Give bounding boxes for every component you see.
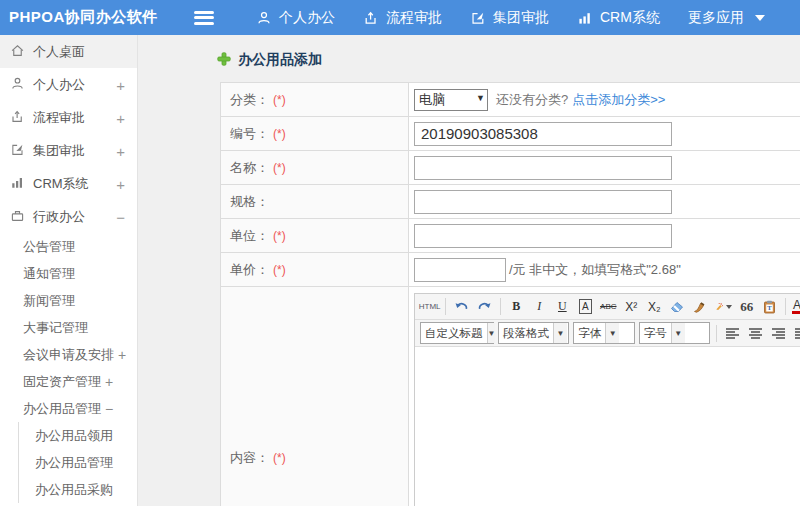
- nav-item-more-apps[interactable]: 更多应用: [674, 0, 779, 35]
- required-marker: (*): [273, 93, 286, 107]
- add-category-link[interactable]: 点击添加分类>>: [572, 91, 665, 109]
- toolbar-separator: [785, 298, 786, 315]
- sidebar-item-personal-office[interactable]: 个人办公 +: [0, 68, 137, 101]
- form-row-price: 单价： (*) /元 非中文，如填写格式"2.68": [221, 253, 800, 287]
- underline-button[interactable]: U: [552, 296, 573, 317]
- align-right-button[interactable]: [768, 323, 789, 344]
- sidebar-item-office-supplies-mgmt[interactable]: 办公用品管理−: [0, 395, 137, 422]
- page-title: 办公用品添加: [138, 35, 800, 69]
- app-logo: PHPOA协同办公软件: [0, 8, 178, 27]
- required-marker: (*): [273, 263, 286, 277]
- nav-item-label: 集团审批: [493, 9, 549, 27]
- editor-toolbar-row1: HTML B I U A: [415, 294, 800, 320]
- category-label: 分类：: [230, 91, 269, 109]
- sidebar-item-fixed-assets-mgmt[interactable]: 固定资产管理+: [0, 368, 137, 395]
- sidebar-item-workflow-approval[interactable]: 流程审批 +: [0, 101, 137, 134]
- nav-item-personal-office[interactable]: 个人办公: [242, 0, 349, 35]
- svg-text:T: T: [768, 304, 773, 311]
- font-color-button[interactable]: A: [791, 296, 800, 317]
- format-painter-button[interactable]: [713, 296, 734, 317]
- bar-chart-icon: [577, 10, 593, 26]
- collapse-icon: −: [116, 208, 125, 225]
- upload-icon: [10, 109, 25, 127]
- paragraph-format-select[interactable]: 段落格式▼: [498, 322, 569, 344]
- home-icon: [10, 43, 25, 61]
- sidebar-item-group-approval[interactable]: 集团审批 +: [0, 134, 137, 167]
- main-content: 办公用品添加 分类： (*) 电脑 ▼ 还没有分类? 点击添加分类>>: [138, 35, 800, 506]
- category-select-wrap: 电脑 ▼: [414, 89, 488, 111]
- align-right-icon: [772, 328, 785, 339]
- office-supplies-submenu: 办公用品领用 办公用品管理 办公用品采购: [18, 422, 137, 503]
- align-center-button[interactable]: [745, 323, 766, 344]
- collapse-icon: −: [105, 401, 113, 417]
- caret-down-icon: ▼: [605, 323, 619, 343]
- sidebar-item-label: 集团审批: [33, 142, 85, 160]
- caret-down-icon: [755, 15, 765, 21]
- paste-as-text-button[interactable]: T: [759, 296, 780, 317]
- superscript-button[interactable]: X²: [621, 296, 642, 317]
- unit-input[interactable]: [414, 224, 672, 248]
- nav-item-workflow-approval[interactable]: 流程审批: [349, 0, 456, 35]
- required-marker: (*): [273, 229, 286, 243]
- sidebar-item-meeting-request[interactable]: 会议申请及安排+: [0, 341, 137, 368]
- font-style-button[interactable]: A: [575, 296, 596, 317]
- sidebar-item-crm-system[interactable]: CRM系统 +: [0, 167, 137, 200]
- italic-button[interactable]: I: [529, 296, 550, 317]
- nav-item-label: 更多应用: [688, 9, 744, 27]
- hamburger-menu-icon[interactable]: [194, 11, 214, 25]
- sidebar-item-label: 流程审批: [33, 109, 85, 127]
- top-navbar: PHPOA协同办公软件 个人办公 流程审批 集团审批: [0, 0, 800, 35]
- upload-icon: [363, 10, 379, 26]
- price-format-hint: /元 非中文，如填写格式"2.68": [509, 261, 681, 279]
- align-left-button[interactable]: [722, 323, 743, 344]
- sidebar-item-admin-office[interactable]: 行政办公 −: [0, 200, 137, 233]
- sidebar-item-news-mgmt[interactable]: 新闻管理: [0, 287, 137, 314]
- sidebar-item-supplies-purchase[interactable]: 办公用品采购: [19, 476, 137, 503]
- code-input[interactable]: [414, 122, 672, 146]
- redo-button[interactable]: [474, 296, 495, 317]
- form-row-content: 内容： (*) HTML: [221, 287, 800, 506]
- sidebar-item-supplies-requisition[interactable]: 办公用品领用: [19, 422, 137, 449]
- strikethrough-button[interactable]: ABC: [598, 296, 619, 317]
- nav-item-group-approval[interactable]: 集团审批: [456, 0, 563, 35]
- nav-item-crm-system[interactable]: CRM系统: [563, 0, 674, 35]
- required-marker: (*): [273, 161, 286, 175]
- caret-down-icon: ▼: [487, 323, 496, 343]
- spec-input[interactable]: [414, 190, 672, 214]
- sidebar-item-notice-mgmt[interactable]: 通知管理: [0, 260, 137, 287]
- sidebar: 个人桌面 个人办公 + 流程审批 + 集团审批 +: [0, 35, 138, 506]
- eraser-icon[interactable]: [667, 296, 688, 317]
- clean-format-brush-icon[interactable]: [690, 296, 711, 317]
- sidebar-item-label: 个人办公: [33, 76, 85, 94]
- bold-button[interactable]: B: [506, 296, 527, 317]
- align-center-icon: [749, 328, 762, 339]
- editor-content-area[interactable]: [415, 347, 800, 506]
- form-row-spec: 规格：: [221, 185, 800, 219]
- form-row-code: 编号： (*): [221, 117, 800, 151]
- code-label: 编号：: [230, 125, 269, 143]
- expand-icon: +: [116, 142, 125, 159]
- sidebar-item-supplies-management[interactable]: 办公用品管理: [19, 449, 137, 476]
- required-marker: (*): [273, 451, 286, 465]
- category-select[interactable]: 电脑: [414, 89, 488, 111]
- align-justify-button[interactable]: [791, 323, 800, 344]
- source-code-button[interactable]: HTML: [419, 296, 440, 317]
- sidebar-item-memorabilia-mgmt[interactable]: 大事记管理: [0, 314, 137, 341]
- form-row-category: 分类： (*) 电脑 ▼ 还没有分类? 点击添加分类>>: [221, 83, 800, 117]
- price-input[interactable]: [414, 258, 506, 282]
- nav-item-label: 个人办公: [279, 9, 335, 27]
- undo-button[interactable]: [451, 296, 472, 317]
- toolbar-separator: [716, 325, 717, 342]
- user-icon: [256, 10, 272, 26]
- font-family-select[interactable]: 字体▼: [573, 322, 635, 344]
- user-icon: [10, 76, 25, 94]
- main-nav: 个人办公 流程审批 集团审批 CRM系统 更多应用: [242, 0, 779, 35]
- blockquote-button[interactable]: 66: [736, 296, 757, 317]
- custom-heading-select[interactable]: 自定义标题▼: [420, 322, 494, 344]
- sidebar-item-announcement-mgmt[interactable]: 公告管理: [0, 233, 137, 260]
- sidebar-item-personal-desktop[interactable]: 个人桌面: [0, 35, 137, 68]
- font-size-select[interactable]: 字号▼: [639, 322, 710, 344]
- subscript-button[interactable]: X₂: [644, 296, 665, 317]
- nav-item-label: 流程审批: [386, 9, 442, 27]
- name-input[interactable]: [414, 156, 672, 180]
